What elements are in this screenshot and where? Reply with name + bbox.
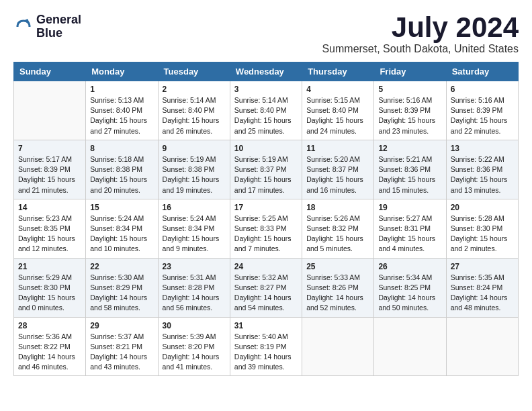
day-number: 24: [234, 262, 298, 271]
day-number: 29: [90, 321, 153, 330]
day-number: 9: [163, 144, 226, 153]
col-wednesday: Wednesday: [230, 62, 302, 81]
table-row: 1Sunrise: 5:13 AM Sunset: 8:40 PM Daylig…: [86, 81, 158, 140]
day-number: 6: [451, 85, 514, 94]
day-number: 1: [90, 85, 153, 94]
day-number: 7: [18, 144, 81, 153]
calendar-week-4: 21Sunrise: 5:29 AM Sunset: 8:30 PM Dayli…: [14, 258, 519, 317]
day-number: 23: [163, 262, 226, 271]
table-row: 21Sunrise: 5:29 AM Sunset: 8:30 PM Dayli…: [14, 258, 86, 317]
col-tuesday: Tuesday: [158, 62, 230, 81]
day-info: Sunrise: 5:26 AM Sunset: 8:32 PM Dayligh…: [306, 214, 369, 255]
day-number: 31: [234, 321, 298, 330]
table-row: 8Sunrise: 5:18 AM Sunset: 8:38 PM Daylig…: [86, 140, 158, 199]
table-row: 28Sunrise: 5:36 AM Sunset: 8:22 PM Dayli…: [14, 317, 86, 376]
day-number: 26: [378, 262, 441, 271]
table-row: 31Sunrise: 5:40 AM Sunset: 8:19 PM Dayli…: [230, 317, 302, 376]
table-row: 23Sunrise: 5:31 AM Sunset: 8:28 PM Dayli…: [158, 258, 230, 317]
day-info: Sunrise: 5:32 AM Sunset: 8:27 PM Dayligh…: [234, 273, 298, 314]
day-number: 11: [306, 144, 369, 153]
day-info: Sunrise: 5:36 AM Sunset: 8:22 PM Dayligh…: [18, 332, 81, 373]
table-row: 24Sunrise: 5:32 AM Sunset: 8:27 PM Dayli…: [230, 258, 302, 317]
table-row: [14, 81, 86, 140]
day-info: Sunrise: 5:13 AM Sunset: 8:40 PM Dayligh…: [90, 95, 153, 136]
day-number: 28: [18, 321, 81, 330]
table-row: 18Sunrise: 5:26 AM Sunset: 8:32 PM Dayli…: [302, 199, 374, 258]
calendar-header: Sunday Monday Tuesday Wednesday Thursday…: [14, 62, 519, 81]
table-row: 22Sunrise: 5:30 AM Sunset: 8:29 PM Dayli…: [86, 258, 158, 317]
table-row: 12Sunrise: 5:21 AM Sunset: 8:36 PM Dayli…: [374, 140, 446, 199]
day-number: 17: [234, 203, 298, 212]
table-row: 19Sunrise: 5:27 AM Sunset: 8:31 PM Dayli…: [374, 199, 446, 258]
table-row: 16Sunrise: 5:24 AM Sunset: 8:34 PM Dayli…: [158, 199, 230, 258]
day-number: 19: [378, 203, 441, 212]
day-number: 21: [18, 262, 81, 271]
table-row: 27Sunrise: 5:35 AM Sunset: 8:24 PM Dayli…: [446, 258, 518, 317]
day-number: 10: [234, 144, 298, 153]
day-number: 18: [306, 203, 369, 212]
table-row: 9Sunrise: 5:19 AM Sunset: 8:38 PM Daylig…: [158, 140, 230, 199]
day-info: Sunrise: 5:18 AM Sunset: 8:38 PM Dayligh…: [90, 154, 153, 195]
day-info: Sunrise: 5:39 AM Sunset: 8:20 PM Dayligh…: [163, 332, 226, 373]
day-number: 13: [451, 144, 514, 153]
table-row: 14Sunrise: 5:23 AM Sunset: 8:35 PM Dayli…: [14, 199, 86, 258]
day-info: Sunrise: 5:16 AM Sunset: 8:39 PM Dayligh…: [451, 95, 514, 136]
table-row: 25Sunrise: 5:33 AM Sunset: 8:26 PM Dayli…: [302, 258, 374, 317]
day-info: Sunrise: 5:30 AM Sunset: 8:29 PM Dayligh…: [90, 273, 153, 314]
col-monday: Monday: [86, 62, 158, 81]
day-number: 8: [90, 144, 153, 153]
day-number: 25: [306, 262, 369, 271]
location-title: Summerset, South Dakota, United States: [322, 43, 519, 55]
day-info: Sunrise: 5:14 AM Sunset: 8:40 PM Dayligh…: [163, 95, 226, 136]
day-number: 5: [378, 85, 441, 94]
col-friday: Friday: [374, 62, 446, 81]
table-row: 17Sunrise: 5:25 AM Sunset: 8:33 PM Dayli…: [230, 199, 302, 258]
table-row: 6Sunrise: 5:16 AM Sunset: 8:39 PM Daylig…: [446, 81, 518, 140]
table-row: [374, 317, 446, 376]
day-info: Sunrise: 5:16 AM Sunset: 8:39 PM Dayligh…: [378, 95, 441, 136]
calendar-table: Sunday Monday Tuesday Wednesday Thursday…: [13, 62, 519, 376]
day-info: Sunrise: 5:17 AM Sunset: 8:39 PM Dayligh…: [18, 154, 81, 195]
calendar-week-3: 14Sunrise: 5:23 AM Sunset: 8:35 PM Dayli…: [14, 199, 519, 258]
day-info: Sunrise: 5:27 AM Sunset: 8:31 PM Dayligh…: [378, 214, 441, 255]
day-info: Sunrise: 5:24 AM Sunset: 8:34 PM Dayligh…: [163, 214, 226, 255]
table-row: 2Sunrise: 5:14 AM Sunset: 8:40 PM Daylig…: [158, 81, 230, 140]
day-info: Sunrise: 5:33 AM Sunset: 8:26 PM Dayligh…: [306, 273, 369, 314]
day-number: 14: [18, 203, 81, 212]
logo-line1: General: [36, 13, 81, 27]
header-row: Sunday Monday Tuesday Wednesday Thursday…: [14, 62, 519, 81]
day-info: Sunrise: 5:19 AM Sunset: 8:38 PM Dayligh…: [163, 154, 226, 195]
calendar-body: 1Sunrise: 5:13 AM Sunset: 8:40 PM Daylig…: [14, 81, 519, 376]
col-saturday: Saturday: [446, 62, 518, 81]
day-number: 20: [451, 203, 514, 212]
day-number: 2: [163, 85, 226, 94]
day-info: Sunrise: 5:28 AM Sunset: 8:30 PM Dayligh…: [451, 214, 514, 255]
day-info: Sunrise: 5:31 AM Sunset: 8:28 PM Dayligh…: [163, 273, 226, 314]
day-number: 16: [163, 203, 226, 212]
logo-icon: [13, 17, 34, 37]
day-number: 12: [378, 144, 441, 153]
day-number: 27: [451, 262, 514, 271]
table-row: 13Sunrise: 5:22 AM Sunset: 8:36 PM Dayli…: [446, 140, 518, 199]
day-info: Sunrise: 5:20 AM Sunset: 8:37 PM Dayligh…: [306, 154, 369, 195]
day-number: 30: [163, 321, 226, 330]
page-container: General Blue July 2024 Summerset, South …: [13, 13, 519, 376]
table-row: [302, 317, 374, 376]
title-section: July 2024 Summerset, South Dakota, Unite…: [322, 13, 519, 55]
day-info: Sunrise: 5:22 AM Sunset: 8:36 PM Dayligh…: [451, 154, 514, 195]
day-info: Sunrise: 5:15 AM Sunset: 8:40 PM Dayligh…: [306, 95, 369, 136]
day-info: Sunrise: 5:23 AM Sunset: 8:35 PM Dayligh…: [18, 214, 81, 255]
month-title: July 2024: [322, 13, 519, 42]
day-number: 3: [234, 85, 298, 94]
calendar-week-5: 28Sunrise: 5:36 AM Sunset: 8:22 PM Dayli…: [14, 317, 519, 376]
table-row: 5Sunrise: 5:16 AM Sunset: 8:39 PM Daylig…: [374, 81, 446, 140]
calendar-week-2: 7Sunrise: 5:17 AM Sunset: 8:39 PM Daylig…: [14, 140, 519, 199]
table-row: 26Sunrise: 5:34 AM Sunset: 8:25 PM Dayli…: [374, 258, 446, 317]
table-row: 29Sunrise: 5:37 AM Sunset: 8:21 PM Dayli…: [86, 317, 158, 376]
day-number: 4: [306, 85, 369, 94]
col-sunday: Sunday: [14, 62, 86, 81]
logo-line2: Blue: [36, 27, 81, 40]
day-info: Sunrise: 5:29 AM Sunset: 8:30 PM Dayligh…: [18, 273, 81, 314]
table-row: 30Sunrise: 5:39 AM Sunset: 8:20 PM Dayli…: [158, 317, 230, 376]
day-info: Sunrise: 5:40 AM Sunset: 8:19 PM Dayligh…: [234, 332, 298, 373]
